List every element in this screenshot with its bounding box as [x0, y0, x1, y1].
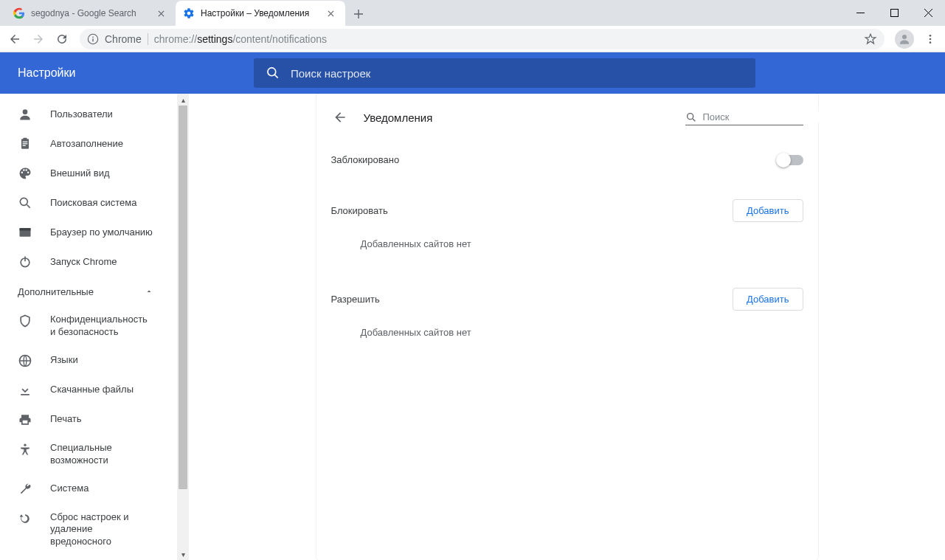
settings-search[interactable] — [254, 58, 755, 88]
svg-point-6 — [930, 38, 932, 40]
page-back-button[interactable] — [331, 108, 349, 126]
svg-rect-14 — [23, 145, 26, 146]
sidebar-item-search-engine[interactable]: Поисковая система — [0, 188, 171, 218]
sidebar-item-autofill[interactable]: Автозаполнение — [0, 129, 171, 159]
settings-card: Уведомления Заблокировано Блокировать До… — [316, 94, 818, 560]
window-icon — [18, 225, 32, 240]
sidebar-item-label: Языки — [50, 354, 78, 367]
tab-title: segodnya - Google Search — [31, 8, 149, 18]
window-titlebar: segodnya - Google Search Настройки – Уве… — [0, 0, 945, 26]
site-info-icon[interactable] — [87, 33, 99, 45]
sidebar-item-label: Поисковая система — [50, 197, 137, 210]
close-tab-icon[interactable] — [325, 7, 336, 19]
sidebar-item-label: Система — [50, 483, 89, 495]
svg-rect-12 — [23, 142, 28, 142]
sidebar-item-default-browser[interactable]: Браузер по умолчанию — [0, 218, 171, 247]
window-maximize-button[interactable] — [877, 0, 911, 26]
back-button[interactable] — [4, 29, 25, 49]
search-icon — [685, 111, 697, 123]
window-close-button[interactable] — [911, 0, 945, 26]
svg-point-9 — [23, 109, 28, 114]
svg-point-8 — [268, 68, 276, 76]
svg-point-5 — [930, 35, 932, 37]
forward-button[interactable] — [28, 29, 49, 49]
sidebar-item-label: Запуск Chrome — [50, 256, 117, 269]
settings-search-input[interactable] — [291, 67, 744, 80]
sidebar-item-system[interactable]: Система — [0, 474, 171, 504]
omnibox-separator — [148, 33, 148, 45]
address-bar[interactable]: Chrome chrome://settings/content/notific… — [80, 29, 885, 49]
bookmark-star-icon[interactable] — [864, 32, 877, 46]
add-block-button[interactable]: Добавить — [733, 199, 803, 222]
new-tab-button[interactable] — [348, 4, 369, 24]
sidebar-item-label: Скачанные файлы — [50, 384, 134, 396]
sidebar-scrollbar[interactable]: ▴ ▾ — [177, 94, 189, 560]
sidebar-item-downloads[interactable]: Скачанные файлы — [0, 376, 171, 405]
section-allow-row: Разрешить Добавить — [331, 267, 803, 317]
sidebar-item-label: Внешний вид — [50, 167, 110, 180]
browser-toolbar: Chrome chrome://settings/content/notific… — [0, 26, 945, 52]
window-minimize-button[interactable] — [843, 0, 877, 26]
sidebar-item-privacy[interactable]: Конфиденциальность и безопасность — [0, 306, 171, 346]
page-search[interactable] — [685, 110, 803, 125]
sidebar-item-languages[interactable]: Языки — [0, 346, 171, 376]
sidebar-item-label: Печать — [50, 413, 82, 426]
accessibility-icon — [18, 442, 32, 457]
palette-icon — [18, 166, 32, 181]
reload-button[interactable] — [52, 29, 72, 49]
allow-empty-message: Добавленных сайтов нет — [331, 317, 803, 356]
block-empty-message: Добавленных сайтов нет — [331, 228, 803, 267]
svg-point-15 — [20, 198, 27, 205]
profile-avatar-button[interactable] — [895, 30, 914, 49]
sidebar-item-reset[interactable]: Сброс настроек и удаление вредоносного — [0, 504, 171, 556]
url-origin-label: Chrome — [105, 33, 142, 45]
scroll-down-icon[interactable]: ▾ — [177, 548, 189, 560]
svg-rect-11 — [24, 138, 27, 140]
person-icon — [18, 107, 32, 122]
settings-header: Настройки — [0, 52, 945, 94]
sidebar: Пользователи Автозаполнение Внешний вид … — [0, 94, 171, 560]
google-favicon-icon — [13, 7, 25, 19]
url-text: chrome://settings/content/notifications — [154, 33, 327, 45]
browser-tab-0[interactable]: segodnya - Google Search — [6, 1, 176, 26]
svg-rect-17 — [20, 228, 31, 230]
section-allow-title: Разрешить — [331, 294, 380, 305]
scrollbar-thumb[interactable] — [179, 106, 187, 489]
close-tab-icon[interactable] — [155, 7, 167, 19]
page-search-input[interactable] — [703, 111, 827, 122]
blocked-toggle[interactable] — [778, 155, 803, 165]
svg-rect-19 — [24, 257, 26, 262]
sidebar-item-label: Сброс настроек и удаление вредоносного — [50, 511, 153, 549]
svg-rect-13 — [23, 143, 28, 144]
add-allow-button[interactable]: Добавить — [733, 288, 803, 311]
power-icon — [18, 255, 32, 269]
svg-point-21 — [24, 443, 26, 446]
browser-menu-button[interactable] — [920, 29, 941, 49]
search-icon — [18, 196, 32, 210]
settings-favicon-icon — [183, 7, 195, 19]
section-block-row: Блокировать Добавить — [331, 179, 803, 228]
sidebar-item-label: Специальные возможности — [50, 442, 153, 467]
settings-title: Настройки — [18, 66, 239, 80]
browser-tab-1[interactable]: Настройки – Уведомления — [176, 1, 345, 26]
sidebar-section-label: Дополнительные — [18, 286, 94, 297]
sidebar-item-appearance[interactable]: Внешний вид — [0, 159, 171, 188]
sidebar-item-accessibility[interactable]: Специальные возможности — [0, 435, 171, 474]
sidebar-item-on-startup[interactable]: Запуск Chrome — [0, 247, 171, 277]
print-icon — [18, 412, 32, 427]
sidebar-item-users[interactable]: Пользователи — [0, 100, 171, 129]
sidebar-item-printing[interactable]: Печать — [0, 405, 171, 435]
search-icon — [266, 66, 280, 80]
svg-rect-0 — [890, 10, 898, 17]
clipboard-icon — [18, 136, 32, 151]
sidebar-item-label: Пользователи — [50, 108, 113, 121]
section-block-title: Блокировать — [331, 205, 388, 216]
restore-icon — [18, 511, 32, 526]
sidebar-item-label: Автозаполнение — [50, 138, 123, 151]
svg-point-7 — [930, 41, 932, 44]
svg-point-22 — [687, 113, 693, 119]
sidebar-item-label: Браузер по умолчанию — [50, 227, 153, 239]
sidebar-section-advanced[interactable]: Дополнительные — [0, 277, 171, 306]
wrench-icon — [18, 482, 32, 497]
scroll-up-icon[interactable]: ▴ — [177, 94, 189, 106]
